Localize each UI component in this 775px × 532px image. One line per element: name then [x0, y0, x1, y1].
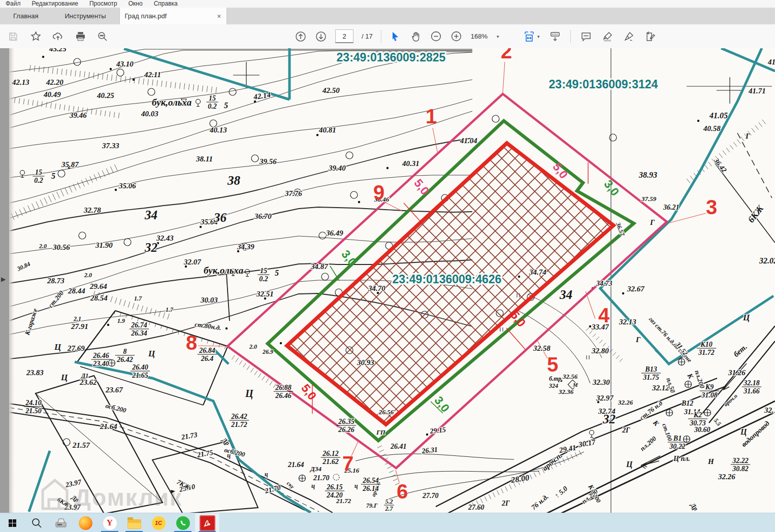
- hand-tool-icon[interactable]: [410, 30, 422, 43]
- elevation-fraction: 26.88: [275, 384, 292, 391]
- elevation-fraction: 26.74: [131, 321, 147, 329]
- taskbar-yandex-app[interactable]: Y: [98, 513, 122, 532]
- taskbar-1c-app[interactable]: 1С: [146, 513, 171, 532]
- save-icon[interactable]: [7, 30, 19, 43]
- share-upload-icon[interactable]: [52, 30, 64, 43]
- elevation-fraction: 15: [35, 169, 42, 176]
- map-label: бук,ольха: [152, 97, 192, 108]
- map-label: 37.76: [284, 189, 302, 197]
- taskbar-scanner-app[interactable]: [49, 513, 73, 532]
- firefox-icon: [79, 516, 92, 530]
- tab-home[interactable]: Главная: [0, 8, 51, 24]
- map-label: 39.46: [69, 111, 87, 119]
- fit-dropdown-caret[interactable]: ▾: [537, 34, 540, 39]
- map-label: 30.56: [52, 243, 70, 251]
- tab-document[interactable]: Град план.pdf ×: [119, 8, 227, 24]
- menu-file[interactable]: Файл: [0, 0, 26, 8]
- map-label: 34.39: [237, 243, 254, 251]
- zoom-out-icon[interactable]: [430, 30, 442, 43]
- taskbar-search-button[interactable]: [24, 513, 49, 532]
- map-label: 41.71: [748, 87, 766, 95]
- menu-edit[interactable]: Редактирование: [26, 0, 84, 8]
- map-label: Д34: [310, 465, 321, 473]
- map-label: 32.51: [256, 290, 274, 298]
- elevation-fraction: 26.54: [362, 477, 379, 484]
- menu-view[interactable]: Просмотр: [84, 0, 123, 8]
- map-label: Ц: [148, 349, 155, 358]
- map-label: 32.67: [627, 285, 644, 293]
- elevation-fraction: 26.35: [338, 418, 354, 425]
- cadastral-number-label: 23:49:0136009:2825: [337, 51, 446, 64]
- map-label: 34.73: [596, 280, 612, 287]
- map-label: 35.87: [61, 160, 79, 169]
- menu-window[interactable]: Окно: [123, 0, 148, 8]
- map-label: 1.7: [134, 295, 142, 302]
- taskbar-firefox-app[interactable]: [73, 513, 98, 532]
- collapse-toolbar-icon[interactable]: [549, 30, 561, 43]
- map-label: Ц пл.: [673, 455, 690, 462]
- highlight-icon[interactable]: [601, 30, 613, 43]
- map-label: В12: [681, 400, 693, 407]
- map-label: 21.57: [72, 441, 90, 449]
- taskbar-whatsapp-app[interactable]: [171, 513, 195, 532]
- elevation-fraction: 26.4: [201, 355, 214, 362]
- map-label: 28.73: [47, 277, 64, 285]
- 1c-icon: 1С: [152, 516, 166, 530]
- taskbar-acrobat-app[interactable]: [195, 513, 219, 532]
- elevation-fraction: 15: [209, 94, 216, 102]
- elevation-fraction: 24.10: [25, 399, 42, 407]
- zoom-in-icon[interactable]: [450, 30, 463, 43]
- map-label: 27.60: [468, 504, 485, 511]
- map-label: 40.31: [402, 159, 419, 168]
- sign-pen-icon[interactable]: [623, 30, 635, 43]
- map-label: 32.26: [718, 473, 735, 481]
- elevation-fraction: 30.82: [732, 465, 749, 473]
- fill-sign-doc-icon[interactable]: [644, 30, 656, 43]
- tab-tools[interactable]: Инструменты: [51, 8, 119, 24]
- corner-number-label: 9: [373, 181, 384, 204]
- contour-index-label: 32: [602, 412, 616, 426]
- contour-index-label: 34: [144, 208, 157, 222]
- map-label: 2Г: [622, 426, 630, 434]
- map-label: Г: [650, 218, 655, 226]
- map-label: 23.67: [105, 386, 123, 394]
- map-label: 42.13: [12, 78, 29, 86]
- expand-panel-icon[interactable]: ▶: [1, 276, 6, 283]
- zoom-dropdown-caret[interactable]: ▾: [497, 34, 499, 39]
- pdf-page-view[interactable]: 45.2543.1042.1142.1342.2040.4940.2542.14…: [9, 48, 775, 513]
- fit-width-icon[interactable]: [523, 30, 535, 43]
- page-number-input[interactable]: 2: [335, 29, 353, 43]
- elevation-fraction: 26.42: [231, 413, 247, 420]
- next-page-icon[interactable]: [315, 30, 327, 43]
- elevation-fraction: 21.65: [132, 372, 148, 379]
- elevation-fraction: 31.66: [743, 387, 760, 395]
- map-label: 40.58: [703, 124, 721, 132]
- elevation-fraction: 21.72: [231, 421, 247, 428]
- comment-icon[interactable]: [580, 30, 592, 43]
- elevation-fraction: 0.2: [259, 275, 268, 283]
- toolbar: 2 / 17 168% ▾ ▾: [0, 24, 775, 49]
- elevation-fraction: 26.12: [322, 450, 339, 457]
- zoom-level-value[interactable]: 168%: [471, 32, 488, 40]
- map-label: 31.90: [95, 241, 113, 249]
- taskbar-start-button[interactable]: [0, 513, 24, 532]
- menu-bar: Файл Редактирование Просмотр Окно Справк…: [0, 0, 775, 8]
- map-label: ГП: [376, 428, 386, 436]
- star-icon[interactable]: [29, 30, 42, 43]
- search-icon: [31, 517, 42, 528]
- elevation-fraction: 24.20: [326, 491, 343, 499]
- search-icon[interactable]: [96, 30, 109, 43]
- previous-page-icon[interactable]: [295, 30, 307, 43]
- close-tab-icon[interactable]: ×: [217, 12, 221, 20]
- taskbar-explorer-app[interactable]: [122, 513, 146, 532]
- map-label: Г: [635, 336, 641, 344]
- menu-help[interactable]: Справка: [148, 0, 183, 8]
- map-document[interactable]: 45.2543.1042.1142.1342.2040.4940.2542.14…: [9, 48, 775, 513]
- map-label: 32.30: [592, 378, 610, 386]
- map-label: 28.44: [68, 287, 85, 295]
- select-tool-icon[interactable]: [390, 30, 402, 43]
- print-icon[interactable]: [74, 30, 86, 43]
- map-label: Ц: [742, 313, 750, 322]
- map-label: 42.20: [46, 78, 63, 86]
- map-label: 37.59: [641, 195, 657, 203]
